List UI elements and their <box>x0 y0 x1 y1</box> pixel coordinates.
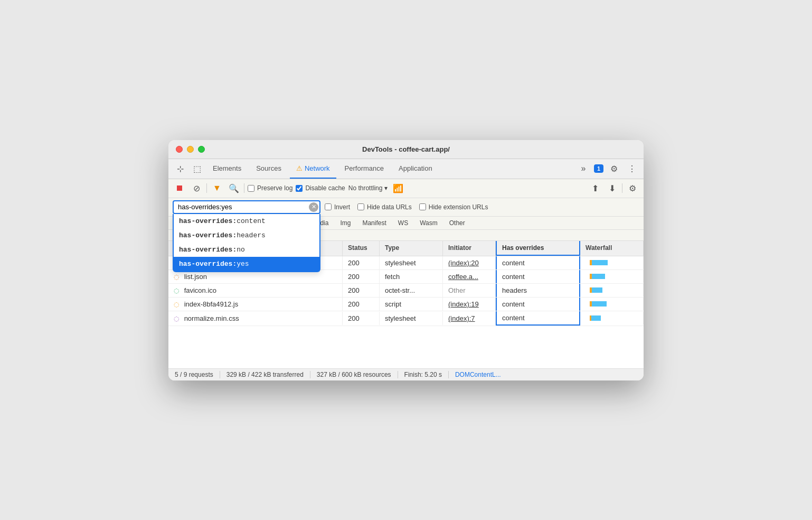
invert-label[interactable]: Invert <box>325 203 350 211</box>
td-waterfall-2 <box>580 284 644 296</box>
tab-performance[interactable]: Performance <box>338 159 390 179</box>
td-initiator-1[interactable]: coffee.a... <box>443 270 496 283</box>
td-waterfall-4 <box>580 312 644 324</box>
hide-data-urls-label[interactable]: Hide data URLs <box>357 203 412 211</box>
tab-elements[interactable]: Elements <box>206 159 248 179</box>
td-has-overrides-3: content <box>496 298 580 311</box>
hide-data-urls-checkbox[interactable] <box>357 203 364 210</box>
tab-application[interactable]: Application <box>392 159 439 179</box>
table-row: ◌ normalize.min.css 200 stylesheet (inde… <box>168 311 644 326</box>
toolbar-divider-1 <box>206 183 207 193</box>
autocomplete-item-yes[interactable]: has-overrides:yes <box>174 257 319 271</box>
td-waterfall-0 <box>580 256 644 269</box>
th-waterfall[interactable]: Waterfall <box>580 241 644 256</box>
throttle-dropdown-icon: ▾ <box>384 184 388 192</box>
table-row: ◌ index-8bfa4912.js 200 script (index):1… <box>168 298 644 311</box>
notification-badge[interactable]: 1 <box>594 164 603 173</box>
td-status-3: 200 <box>343 298 380 311</box>
td-name-4[interactable]: ◌ normalize.min.css <box>168 312 343 325</box>
download-har-button[interactable]: ⬇ <box>605 181 619 195</box>
wifi-icon: 📶 <box>393 183 403 193</box>
td-status-0: 200 <box>343 256 380 270</box>
autocomplete-item-content[interactable]: has-overrides:content <box>174 214 319 228</box>
td-waterfall-1 <box>580 270 644 283</box>
td-has-overrides-0: content <box>496 256 580 270</box>
record-button[interactable]: ⏹ <box>173 181 186 195</box>
td-type-3: script <box>380 298 443 311</box>
th-type[interactable]: Type <box>380 241 443 256</box>
td-initiator-0[interactable]: (index):20 <box>443 256 496 270</box>
upload-har-button[interactable]: ⬆ <box>588 181 602 195</box>
status-domcontent[interactable]: DOMContentL... <box>449 371 507 378</box>
td-initiator-4[interactable]: (index):7 <box>443 312 496 325</box>
fullscreen-button[interactable] <box>198 146 205 153</box>
tab-right-icons: » 1 ⚙ ⋮ <box>576 161 639 176</box>
filter-bar: ✕ has-overrides:content has-overrides:he… <box>168 198 644 217</box>
th-initiator[interactable]: Initiator <box>443 241 496 256</box>
toolbar-divider-3 <box>622 183 622 193</box>
td-name-3[interactable]: ◌ index-8bfa4912.js <box>168 298 343 311</box>
more-options-icon[interactable]: ⋮ <box>625 161 639 176</box>
device-toggle-icon[interactable]: ⬚ <box>190 161 204 176</box>
inspect-element-icon[interactable]: ⊹ <box>173 161 187 176</box>
js-file-icon: ◌ <box>174 301 179 308</box>
throttle-select[interactable]: No throttling ▾ <box>348 184 388 192</box>
td-status-2: 200 <box>343 284 380 297</box>
disable-cache-checkbox[interactable] <box>296 185 303 192</box>
search-clear-button[interactable]: ✕ <box>309 202 318 212</box>
toolbar-divider-2 <box>244 183 244 193</box>
network-toolbar: ⏹ ⊘ ▼ 🔍 Preserve log Disable cache No th… <box>168 179 644 198</box>
filter-checkbox-group: Invert Hide data URLs Hide extension URL… <box>325 203 488 211</box>
type-img[interactable]: Img <box>335 218 356 228</box>
preserve-log-label[interactable]: Preserve log <box>248 184 292 192</box>
disable-cache-label[interactable]: Disable cache <box>296 184 345 192</box>
type-wasm[interactable]: Wasm <box>414 218 443 228</box>
json-file-icon: ◌ <box>174 273 179 281</box>
search-box-container: ✕ has-overrides:content has-overrides:he… <box>173 200 320 214</box>
td-type-4: stylesheet <box>380 312 443 325</box>
ico-file-icon: ◌ <box>174 287 179 294</box>
type-manifest[interactable]: Manifest <box>357 218 391 228</box>
td-status-4: 200 <box>343 312 380 325</box>
hide-ext-urls-checkbox[interactable] <box>419 203 426 210</box>
type-ws[interactable]: WS <box>393 218 413 228</box>
td-initiator-2: Other <box>443 284 496 297</box>
status-resources: 327 kB / 600 kB resources <box>310 371 398 378</box>
minimize-button[interactable] <box>187 146 194 153</box>
traffic-lights <box>176 146 205 153</box>
tab-sources[interactable]: Sources <box>250 159 288 179</box>
autocomplete-dropdown: has-overrides:content has-overrides:head… <box>173 214 320 272</box>
search-input[interactable] <box>173 200 320 214</box>
td-type-1: fetch <box>380 270 443 283</box>
network-warning-icon: ⚠ <box>296 164 303 172</box>
invert-checkbox[interactable] <box>325 203 332 210</box>
th-status[interactable]: Status <box>343 241 380 256</box>
td-has-overrides-4: content <box>496 311 580 326</box>
tabs-bar: ⊹ ⬚ Elements Sources ⚠ Network Performan… <box>168 159 644 179</box>
status-requests: 5 / 9 requests <box>175 371 220 378</box>
hide-ext-urls-label[interactable]: Hide extension URLs <box>419 203 488 211</box>
window-title: DevTools - coffee-cart.app/ <box>362 145 450 153</box>
table-empty-space <box>168 326 644 368</box>
network-settings-button[interactable]: ⚙ <box>626 181 639 195</box>
td-has-overrides-2: headers <box>496 284 580 297</box>
th-has-overrides[interactable]: Has overrides <box>496 241 580 256</box>
title-bar: DevTools - coffee-cart.app/ <box>168 140 644 159</box>
close-button[interactable] <box>176 146 183 153</box>
more-tabs-icon[interactable]: » <box>576 161 591 176</box>
tab-network[interactable]: ⚠ Network <box>290 159 336 179</box>
td-status-1: 200 <box>343 270 380 283</box>
css-file-icon-2: ◌ <box>174 315 179 322</box>
search-button[interactable]: 🔍 <box>227 181 241 195</box>
clear-button[interactable]: ⊘ <box>190 181 203 195</box>
td-name-2[interactable]: ◌ favicon.ico <box>168 284 343 297</box>
preserve-log-checkbox[interactable] <box>248 185 254 192</box>
filter-button[interactable]: ▼ <box>210 181 224 195</box>
autocomplete-item-headers[interactable]: has-overrides:headers <box>174 228 319 243</box>
table-row: ◌ favicon.ico 200 octet-str... Other hea… <box>168 284 644 298</box>
type-other[interactable]: Other <box>444 218 470 228</box>
autocomplete-item-no[interactable]: has-overrides:no <box>174 243 319 257</box>
settings-icon[interactable]: ⚙ <box>607 161 621 176</box>
td-initiator-3[interactable]: (index):19 <box>443 298 496 311</box>
status-bar: 5 / 9 requests 329 kB / 422 kB transferr… <box>168 368 644 380</box>
